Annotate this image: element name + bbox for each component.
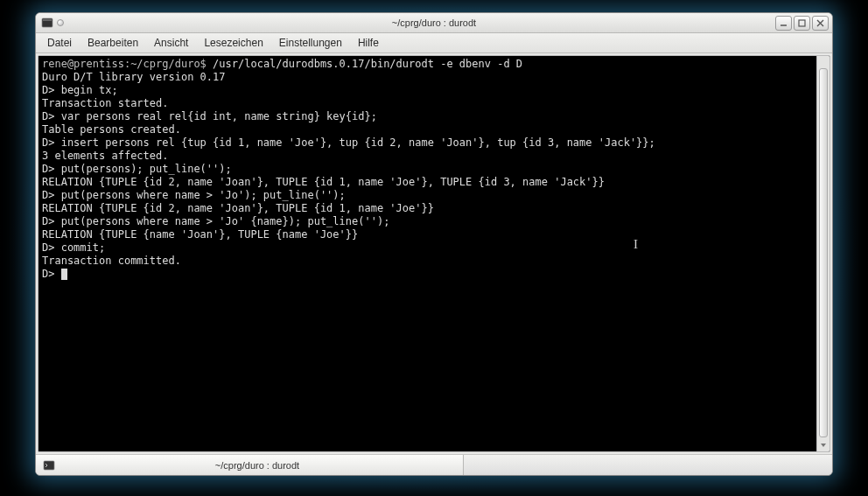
term-line: D>	[42, 268, 61, 280]
pin-icon[interactable]	[57, 19, 64, 26]
close-button[interactable]	[812, 16, 829, 31]
term-line: Table persons created.	[42, 123, 181, 136]
menu-lesezeichen[interactable]: Lesezeichen	[196, 35, 270, 51]
term-line: RELATION {TUPLE {id 2, name 'Joan'}, TUP…	[42, 176, 605, 188]
menu-ansicht[interactable]: Ansicht	[146, 35, 196, 51]
terminal-output[interactable]: rene@prentiss:~/cprg/duro$ /usr/local/du…	[38, 56, 816, 451]
svg-rect-1	[43, 19, 52, 21]
minimize-button[interactable]	[775, 16, 792, 31]
term-line: Transaction committed.	[42, 255, 181, 267]
term-line: 3 elements affected.	[42, 150, 169, 162]
text-cursor-icon: I	[634, 238, 638, 251]
term-line: D> var persons real rel{id int, name str…	[42, 110, 377, 122]
term-line: D> put(persons); put_line('');	[42, 163, 232, 175]
cursor	[61, 269, 67, 280]
tab-label: ~/cprg/duro : durodt	[60, 460, 454, 471]
tab-active[interactable]: ~/cprg/duro : durodt	[36, 455, 464, 475]
svg-rect-3	[44, 461, 54, 470]
term-line: D> commit;	[42, 241, 105, 254]
scroll-down-icon[interactable]	[817, 439, 830, 451]
app-icon	[41, 17, 53, 29]
shell-command: /usr/local/durodbms.0.17/bin/durodt -e d…	[213, 58, 522, 70]
menubar: Datei Bearbeiten Ansicht Lesezeichen Ein…	[36, 33, 832, 53]
menu-hilfe[interactable]: Hilfe	[350, 35, 387, 51]
svg-rect-2	[799, 20, 805, 26]
term-line: D> put(persons where name > 'Jo' {name})…	[42, 215, 389, 227]
term-line: Transaction started.	[42, 97, 169, 109]
maximize-button[interactable]	[794, 16, 810, 31]
shell-prompt: rene@prentiss:~/cprg/duro$	[42, 58, 206, 70]
term-line: Duro D/T library version 0.17	[42, 71, 226, 83]
term-line: RELATION {TUPLE {name 'Joan'}, TUPLE {na…	[42, 228, 358, 241]
terminal-area: rene@prentiss:~/cprg/duro$ /usr/local/du…	[38, 55, 830, 452]
term-line: D> put(persons where name > 'Jo'); put_l…	[42, 189, 346, 201]
window-title: ~/cprg/duro : durodt	[36, 17, 832, 28]
term-line: RELATION {TUPLE {id 2, name 'Joan'}, TUP…	[42, 202, 434, 214]
scrollbar[interactable]	[816, 56, 830, 451]
term-line: D> insert persons rel {tup {id 1, name '…	[42, 136, 655, 149]
titlebar[interactable]: ~/cprg/duro : durodt	[36, 13, 832, 33]
terminal-icon	[43, 459, 55, 472]
term-line: D> begin tx;	[42, 84, 118, 96]
scrollbar-thumb[interactable]	[819, 68, 828, 437]
menu-bearbeiten[interactable]: Bearbeiten	[80, 35, 146, 51]
tab-bar: ~/cprg/duro : durodt	[36, 454, 832, 475]
menu-einstellungen[interactable]: Einstellungen	[271, 35, 350, 51]
terminal-window: ~/cprg/duro : durodt Datei Bearbeiten An…	[35, 12, 833, 476]
menu-datei[interactable]: Datei	[39, 35, 80, 51]
